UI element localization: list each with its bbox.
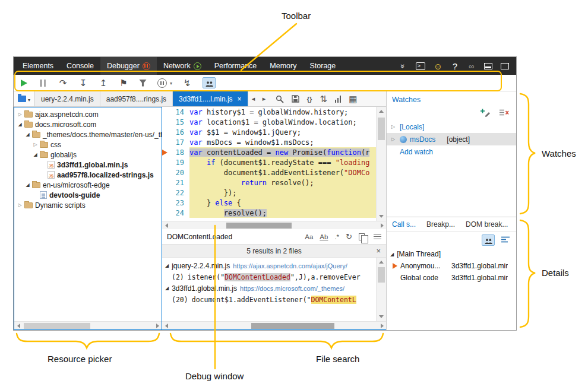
match-case-button[interactable]: Aa [305, 233, 313, 240]
breakpoint-gutter[interactable] [162, 188, 172, 198]
dock-bottom-icon[interactable] [484, 63, 492, 69]
line-number[interactable]: 15 [172, 117, 189, 127]
tree-item[interactable]: 3d3ffd1.global.min.js [14, 160, 162, 170]
expanded-arrow-icon[interactable]: ◢ [17, 122, 23, 127]
watch-row[interactable]: ▷[Locals] [387, 121, 516, 133]
details-tab[interactable]: Breakp... [421, 217, 460, 232]
top-tab-debugger[interactable]: Debugger [100, 57, 157, 75]
tree-item[interactable]: ◢_themes/docs.theme/master/en-us/_th [14, 129, 162, 139]
expanded-arrow-icon[interactable]: ◢ [32, 152, 39, 157]
expanded-arrow-icon[interactable]: ◢ [165, 286, 169, 291]
thread-row[interactable]: ◢ [Main Thread] [387, 248, 516, 260]
line-number[interactable]: 16 [172, 127, 189, 137]
code-text[interactable]: if (document$1.readyState === "loading [189, 157, 376, 167]
breakpoint-gutter[interactable] [162, 127, 172, 137]
next-file-icon[interactable] [259, 91, 270, 106]
more-tools-icon[interactable] [399, 62, 407, 71]
file-picker-button[interactable] [14, 91, 35, 106]
editor-horizontal-scrollbar[interactable] [162, 221, 386, 229]
breakpoint-gutter[interactable] [162, 167, 172, 177]
code-text[interactable]: var contentLoaded = new Promise(function… [189, 147, 376, 157]
help-icon[interactable]: ? [451, 61, 459, 71]
line-number[interactable]: 20 [172, 167, 189, 177]
expanded-arrow-icon[interactable]: ◢ [24, 132, 31, 137]
expanded-arrow-icon[interactable]: ◢ [165, 263, 169, 268]
line-number[interactable]: 24 [172, 208, 189, 218]
line-number[interactable]: 18 [172, 147, 189, 157]
scroll-down-icon[interactable] [377, 212, 386, 221]
line-number[interactable]: 21 [172, 177, 189, 188]
tree-item[interactable]: ◢global/js [14, 150, 162, 160]
watch-row[interactable]: ▷msDocs[object] [387, 133, 516, 145]
expanded-arrow-icon[interactable]: ◢ [390, 252, 394, 257]
code-text[interactable]: var location$1 = globalWindow.location; [189, 117, 376, 127]
top-tab-storage[interactable]: Storage [303, 57, 342, 75]
tree-horizontal-scrollbar[interactable] [14, 321, 162, 329]
add-watch-link[interactable]: Add watch [387, 145, 516, 158]
callstack-frame[interactable]: Global code3d3ffd1.global.mir [387, 272, 516, 284]
link-icon[interactable] [467, 62, 476, 71]
collapsed-arrow-icon[interactable]: ▷ [391, 124, 397, 129]
breakpoint-gutter[interactable] [162, 177, 172, 188]
file-tab[interactable]: 3d3ffd1....l.min.js× [173, 91, 248, 106]
event-breakpoints-button[interactable] [203, 77, 216, 88]
find-in-file-button[interactable] [276, 95, 284, 103]
scrollbar-thumb[interactable] [251, 323, 334, 329]
top-tab-network[interactable]: Network [157, 57, 208, 75]
tree-item[interactable]: ◢docs.microsoft.com [14, 119, 162, 129]
search-result-file[interactable]: ◢3d3ffd1.global.min.jshttps://docs.micro… [162, 283, 376, 294]
top-tab-memory[interactable]: Memory [263, 57, 303, 75]
code-text[interactable]: } else { [189, 198, 376, 208]
disable-breakpoints-button[interactable]: ↯ [182, 78, 192, 88]
collapsed-arrow-icon[interactable]: ▷ [17, 112, 23, 117]
results-vertical-scrollbar[interactable] [376, 258, 386, 321]
collapsed-arrow-icon[interactable]: ▷ [391, 137, 397, 142]
results-horizontal-scrollbar[interactable] [162, 321, 386, 329]
continue-button[interactable] [21, 80, 27, 87]
breakpoint-gutter[interactable] [162, 198, 172, 208]
tree-item[interactable]: ◢en-us/microsoft-edge [14, 180, 162, 190]
tree-item[interactable]: ▷css [14, 139, 162, 150]
search-input[interactable]: DOMContentLoaded [167, 233, 298, 241]
code-text[interactable]: resolve(); [189, 208, 376, 218]
close-tab-icon[interactable]: × [238, 95, 242, 103]
tree-item[interactable]: ▷ajax.aspnetcdn.com [14, 109, 162, 119]
delete-watches-button[interactable] [499, 109, 509, 117]
scroll-right-icon[interactable] [378, 322, 386, 329]
top-tab-performance[interactable]: Performance [208, 57, 264, 75]
scrollbar-thumb[interactable] [24, 323, 90, 329]
callstack-frame[interactable]: Anonymou...3d3ffd1.global.mir [387, 260, 516, 272]
search-result-match[interactable]: (20)document$1.addEventListener("DOMCont… [162, 294, 376, 305]
event-breakpoints-toggle[interactable] [482, 234, 495, 246]
scrollbar-thumb[interactable] [378, 267, 385, 283]
scrollbar-thumb[interactable] [226, 223, 292, 229]
refresh-search-button[interactable]: ↻ [346, 232, 352, 241]
scroll-left-icon[interactable] [14, 322, 23, 329]
line-number[interactable]: 14 [172, 107, 189, 117]
code-text[interactable]: var history$1 = globalWindow.history; [189, 107, 376, 117]
collapse-results-button[interactable] [374, 234, 381, 240]
line-number[interactable]: 19 [172, 157, 189, 167]
feedback-smiley-icon[interactable]: ☺ [434, 61, 442, 71]
whole-word-button[interactable]: Ab [320, 233, 328, 240]
details-tab[interactable]: Call s... [387, 217, 421, 232]
code-text[interactable]: var $$1 = window$1.jQuery; [189, 127, 376, 137]
scroll-left-icon[interactable] [162, 221, 170, 229]
breakpoint-gutter[interactable] [162, 117, 172, 127]
step-out-button[interactable]: ↥ [99, 78, 108, 88]
search-result-match[interactable]: (2)istener("DOMContentLoaded",J),a.remov… [162, 271, 376, 283]
save-file-button[interactable] [292, 95, 299, 103]
line-number[interactable]: 22 [172, 188, 189, 198]
execution-pointer-gutter[interactable] [162, 147, 172, 157]
add-watch-button[interactable] [480, 109, 491, 117]
code-text[interactable]: var msDocs = window$1.msDocs; [189, 137, 376, 147]
scroll-up-icon[interactable] [377, 258, 386, 267]
step-into-button[interactable]: ↧ [78, 78, 88, 88]
console-drawer-icon[interactable] [416, 62, 425, 70]
break-button[interactable] [38, 78, 48, 88]
scroll-left-icon[interactable] [162, 322, 170, 329]
scrollbar-thumb[interactable] [378, 118, 385, 140]
undock-icon[interactable] [501, 63, 509, 69]
copy-results-button[interactable] [359, 233, 365, 240]
previous-file-icon[interactable] [248, 91, 259, 106]
